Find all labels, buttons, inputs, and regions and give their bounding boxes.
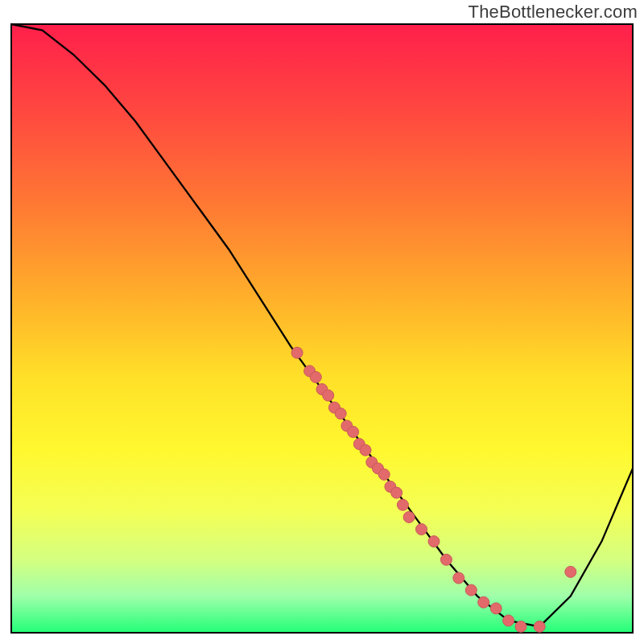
data-point: [397, 499, 408, 510]
data-point: [360, 444, 371, 456]
data-point: [478, 597, 489, 608]
data-point: [465, 584, 477, 596]
watermark-text: TheBottlenecker.com: [469, 2, 638, 23]
data-point: [440, 554, 452, 565]
data-point: [503, 615, 514, 626]
data-point: [534, 621, 545, 632]
data-point: [428, 536, 440, 547]
data-point: [416, 524, 427, 535]
data-point: [453, 572, 464, 584]
data-point: [291, 347, 303, 358]
data-point: [335, 408, 346, 419]
plot-background: [11, 24, 633, 633]
bottleneck-chart: [0, 0, 644, 644]
data-point: [490, 603, 502, 614]
data-point: [378, 469, 390, 480]
data-point: [515, 621, 526, 632]
data-point: [323, 390, 334, 401]
data-point: [391, 487, 402, 498]
data-point: [348, 427, 359, 438]
data-point: [565, 566, 576, 577]
data-point: [403, 511, 415, 522]
data-point: [310, 372, 321, 383]
